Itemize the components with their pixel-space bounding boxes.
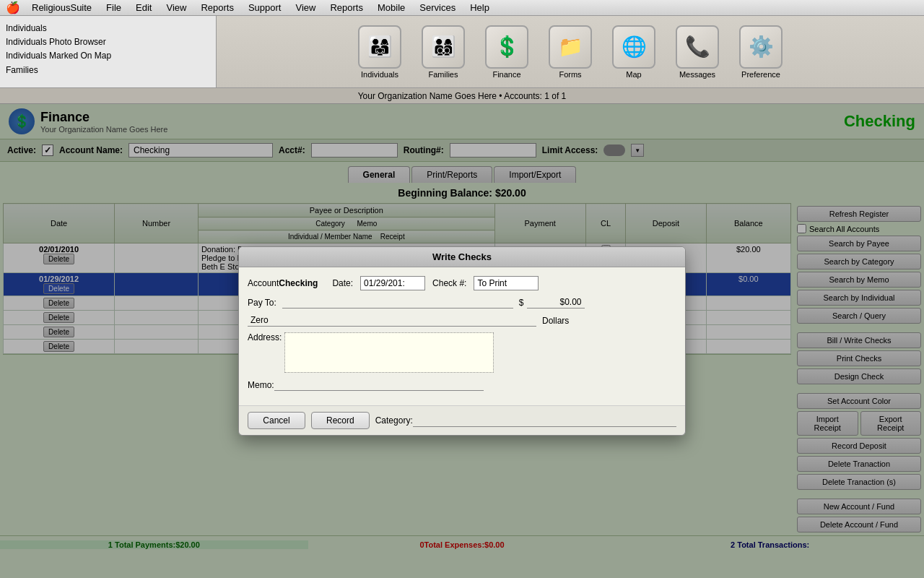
- dialog-dollars-label: Dollars: [542, 316, 569, 326]
- dialog-account-value: Checking: [279, 278, 318, 288]
- nav-item-map[interactable]: Individuals Marked On Map: [6, 49, 210, 63]
- toolbar-icon-preference[interactable]: ⚙️ Preference: [732, 25, 790, 79]
- menu-bar: 🍎 ReligiousSuite File Edit View Reports …: [0, 0, 924, 16]
- dialog-payto-input[interactable]: [282, 296, 513, 309]
- left-nav-panel: Individuals Individuals Photo Browser In…: [0, 16, 217, 87]
- toolbar-label-preference: Preference: [741, 70, 780, 79]
- toolbar-label-forms: Forms: [559, 70, 581, 79]
- main-content: 💲 Finance Your Organization Name Goes He…: [0, 104, 924, 578]
- toolbar-label-individuals: Individuals: [361, 70, 398, 79]
- toolbar-label-map: Map: [626, 70, 641, 79]
- dialog-category-input[interactable]: [413, 415, 676, 427]
- modal-overlay: Write Checks Account Checking Date: Chec…: [0, 104, 924, 578]
- dialog-date-label: Date:: [332, 278, 353, 288]
- menu-mobile[interactable]: Mobile: [370, 0, 412, 15]
- nav-item-individuals[interactable]: Individuals: [6, 22, 210, 35]
- menu-view[interactable]: View: [159, 0, 193, 15]
- dialog-amount-text-row: Dollars: [248, 314, 676, 327]
- menu-religioussuite[interactable]: ReligiousSuite: [25, 0, 99, 15]
- status-bar: Your Organization Name Goes Here • Accou…: [0, 88, 924, 104]
- toolbar-area: Individuals Individuals Photo Browser In…: [0, 16, 924, 88]
- menu-edit[interactable]: Edit: [128, 0, 159, 15]
- toolbar-icon-finance[interactable]: 💲 Finance: [478, 25, 536, 79]
- toolbar-icon-messages[interactable]: 📞 Messages: [668, 25, 726, 79]
- dialog-record-button[interactable]: Record: [311, 412, 370, 429]
- dialog-payto-label: Pay To:: [248, 298, 276, 308]
- forms-icon: 📁: [549, 25, 592, 69]
- menu-file[interactable]: File: [99, 0, 128, 15]
- dialog-address-label: Address:: [248, 332, 282, 342]
- dialog-address-textarea[interactable]: [284, 332, 494, 373]
- icon-toolbar: 👨‍👩‍👧 Individuals 👨‍👩‍👦‍👦 Families 💲 Fin…: [217, 16, 924, 87]
- toolbar-icon-families[interactable]: 👨‍👩‍👦‍👦 Families: [414, 25, 472, 79]
- dialog-account-row: Account Checking Date: Check #:: [248, 276, 676, 290]
- dialog-footer: Cancel Record Category:: [239, 405, 685, 435]
- dialog-title: Write Checks: [239, 247, 685, 267]
- toolbar-icon-map[interactable]: 🌐 Map: [605, 25, 663, 79]
- dialog-memo-input[interactable]: [274, 379, 484, 391]
- menu-services[interactable]: Services: [412, 0, 463, 15]
- apple-logo-icon[interactable]: 🍎: [6, 1, 20, 14]
- menu-reports[interactable]: Reports: [193, 0, 241, 15]
- menu-reports2[interactable]: Reports: [323, 0, 370, 15]
- menu-help[interactable]: Help: [463, 0, 497, 15]
- dialog-payto-row: Pay To: $: [248, 296, 676, 309]
- dialog-memo-label: Memo:: [248, 380, 274, 390]
- write-checks-dialog: Write Checks Account Checking Date: Chec…: [238, 246, 686, 436]
- nav-item-families[interactable]: Families: [6, 64, 210, 77]
- individuals-icon: 👨‍👩‍👧: [358, 25, 401, 69]
- menu-support[interactable]: Support: [241, 0, 289, 15]
- toolbar-label-families: Families: [429, 70, 458, 79]
- map-icon: 🌐: [612, 25, 655, 69]
- toolbar-icon-individuals[interactable]: 👨‍👩‍👧 Individuals: [351, 25, 409, 79]
- families-icon: 👨‍👩‍👦‍👦: [422, 25, 465, 69]
- menu-view2[interactable]: View: [289, 0, 323, 15]
- dialog-amount-symbol: $: [519, 298, 524, 308]
- preference-icon: ⚙️: [739, 25, 783, 69]
- dialog-check-input[interactable]: [474, 276, 539, 290]
- messages-icon: 📞: [676, 25, 719, 69]
- dialog-check-label: Check #:: [432, 278, 466, 288]
- dialog-amount-input[interactable]: [527, 296, 585, 309]
- dialog-cancel-button[interactable]: Cancel: [248, 412, 305, 429]
- dialog-body: Account Checking Date: Check #: Pay To: …: [239, 267, 685, 405]
- toolbar-icon-forms[interactable]: 📁 Forms: [541, 25, 599, 79]
- dialog-category-row: Category:: [375, 415, 676, 427]
- dialog-account-label: Account: [248, 278, 279, 288]
- dialog-amount-text-input[interactable]: [248, 314, 536, 327]
- dialog-memo-row: Memo:: [248, 379, 676, 391]
- toolbar-label-finance: Finance: [492, 70, 520, 79]
- toolbar-label-messages: Messages: [679, 70, 715, 79]
- dialog-date-input[interactable]: [360, 276, 425, 290]
- dialog-address-row: Address:: [248, 332, 676, 373]
- finance-icon: 💲: [485, 25, 528, 69]
- dialog-category-label: Category:: [375, 415, 413, 426]
- nav-item-photo-browser[interactable]: Individuals Photo Browser: [6, 35, 210, 49]
- status-text: Your Organization Name Goes Here • Accou…: [358, 91, 567, 101]
